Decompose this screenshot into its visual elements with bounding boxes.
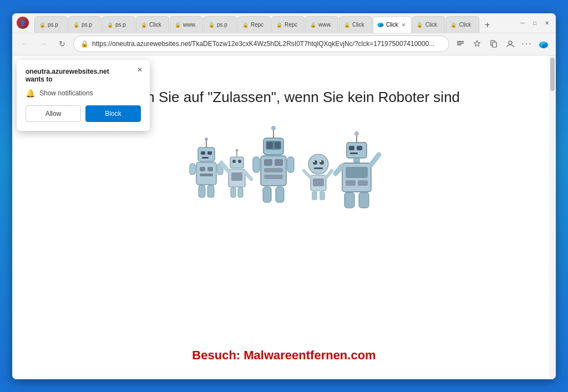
tab-10[interactable]: 🔒 Click	[339, 16, 372, 33]
tab-8-label: Repc	[285, 22, 297, 28]
svg-point-25	[232, 160, 236, 163]
tab-1-favicon: 🔒	[38, 21, 46, 29]
svg-point-26	[238, 160, 241, 163]
svg-rect-11	[201, 151, 205, 155]
tab-4-favicon: 🔒	[140, 21, 148, 29]
svg-rect-5	[493, 42, 496, 47]
robots-svg	[184, 123, 384, 222]
svg-rect-32	[238, 187, 243, 197]
svg-rect-42	[264, 168, 283, 172]
svg-rect-43	[264, 175, 283, 179]
scrollbar-thumb[interactable]	[550, 58, 555, 91]
close-button[interactable]: ✕	[542, 18, 551, 27]
svg-rect-40	[264, 159, 272, 166]
scrollbar[interactable]	[549, 55, 556, 379]
bell-icon: 🔔	[26, 89, 35, 98]
svg-rect-18	[190, 164, 195, 175]
tab-5[interactable]: 🔒 www.	[170, 16, 203, 33]
svg-point-48	[308, 154, 328, 174]
svg-rect-63	[349, 146, 354, 150]
svg-point-51	[313, 160, 315, 162]
tab-6-favicon: 🔒	[207, 21, 215, 29]
svg-rect-64	[357, 146, 362, 150]
tab-6[interactable]: 🔒 ps.p	[204, 16, 237, 33]
tab-3-label: ps.p	[115, 22, 126, 28]
svg-rect-20	[199, 185, 205, 197]
profile-button[interactable]	[503, 36, 518, 52]
svg-point-61	[354, 131, 359, 136]
svg-rect-31	[231, 187, 236, 197]
tab-10-favicon: 🔒	[343, 21, 351, 29]
title-bar: 👤 🔒 ps.p 🔒 ps.p 🔒 ps.p 🔒 Click	[12, 13, 556, 33]
popup-permission-label: Show notifications	[39, 89, 93, 97]
allow-button[interactable]: Allow	[26, 105, 81, 122]
tab-9-label: www.	[318, 22, 332, 28]
svg-rect-69	[346, 180, 356, 186]
edge-browser-icon	[536, 36, 551, 52]
svg-rect-59	[320, 191, 325, 200]
profile-avatar[interactable]: 👤	[17, 17, 29, 29]
svg-rect-41	[275, 159, 283, 166]
tab-13[interactable]: 🔒 Click	[446, 16, 479, 33]
tab-4[interactable]: 🔒 Click	[136, 16, 169, 33]
collections-icon	[489, 39, 498, 48]
tab-3-favicon: 🔒	[106, 21, 114, 29]
svg-rect-16	[207, 167, 213, 171]
tab-1[interactable]: 🔒 ps.p	[34, 16, 68, 33]
refresh-button[interactable]: ↻	[54, 36, 70, 52]
tab-8[interactable]: 🔒 Repc	[271, 16, 305, 33]
tab-12-label: Click	[425, 22, 438, 28]
tab-9[interactable]: 🔒 www.	[305, 16, 338, 33]
star-icon	[473, 39, 481, 48]
block-button[interactable]: Block	[85, 105, 141, 122]
svg-rect-46	[263, 187, 271, 202]
reader-view-button[interactable]	[453, 36, 468, 52]
svg-line-57	[326, 171, 332, 177]
tab-3[interactable]: 🔒 ps.p	[102, 16, 135, 33]
svg-point-34	[271, 126, 276, 130]
tab-7[interactable]: 🔒 Repc	[237, 16, 271, 33]
forward-button[interactable]: →	[36, 36, 51, 52]
svg-rect-28	[231, 172, 242, 181]
svg-rect-3	[457, 44, 462, 45]
tab-6-label: ps.p	[217, 22, 227, 28]
tab-12-favicon: 🔒	[416, 21, 424, 29]
popup-close-button[interactable]: ✕	[134, 64, 145, 75]
svg-rect-15	[200, 167, 205, 171]
url-bar[interactable]: 🔒 https://oneutra.azurewebsites.net/TkaD…	[73, 35, 449, 52]
notification-popup: ✕ oneutra.azurewebsites.net wants to 🔔 S…	[17, 60, 150, 131]
svg-rect-47	[276, 187, 284, 202]
tab-12[interactable]: 🔒 Click	[412, 16, 445, 33]
reader-icon	[456, 39, 465, 48]
popup-permission-row: 🔔 Show notifications	[26, 89, 141, 98]
svg-rect-2	[457, 43, 464, 44]
url-lock-icon: 🔒	[80, 40, 89, 48]
maximize-button[interactable]: □	[530, 18, 539, 27]
svg-rect-55	[313, 179, 324, 186]
address-bar: ← → ↻ 🔒 https://oneutra.azurewebsites.ne…	[12, 33, 556, 55]
toolbar-actions: ···	[453, 36, 551, 52]
svg-rect-66	[353, 159, 360, 163]
svg-rect-44	[253, 157, 260, 172]
svg-rect-62	[347, 142, 367, 158]
tab-7-favicon: 🔒	[241, 21, 249, 29]
tab-11-close-icon[interactable]: ✕	[400, 21, 408, 29]
tab-2-label: ps.p	[82, 22, 92, 28]
account-icon	[506, 39, 515, 48]
svg-rect-73	[344, 192, 354, 208]
svg-rect-70	[358, 180, 368, 186]
new-tab-button[interactable]: +	[480, 17, 495, 33]
browser-window: 👤 🔒 ps.p 🔒 ps.p 🔒 ps.p 🔒 Click	[12, 13, 556, 379]
more-button[interactable]: ···	[519, 36, 535, 52]
tab-2[interactable]: 🔒 ps.p	[68, 16, 102, 33]
tab-11-active[interactable]: Click ✕	[373, 16, 412, 33]
svg-rect-45	[287, 157, 294, 172]
back-button[interactable]: ←	[17, 36, 32, 52]
svg-rect-24	[230, 157, 244, 168]
svg-rect-10	[198, 147, 215, 161]
favorites-button[interactable]	[469, 36, 485, 52]
collections-button[interactable]	[486, 36, 501, 52]
tab-5-favicon: 🔒	[174, 21, 181, 29]
minimize-button[interactable]: ─	[518, 18, 527, 27]
bottom-link[interactable]: Besuch: Malwareentfernen.com	[192, 348, 376, 363]
